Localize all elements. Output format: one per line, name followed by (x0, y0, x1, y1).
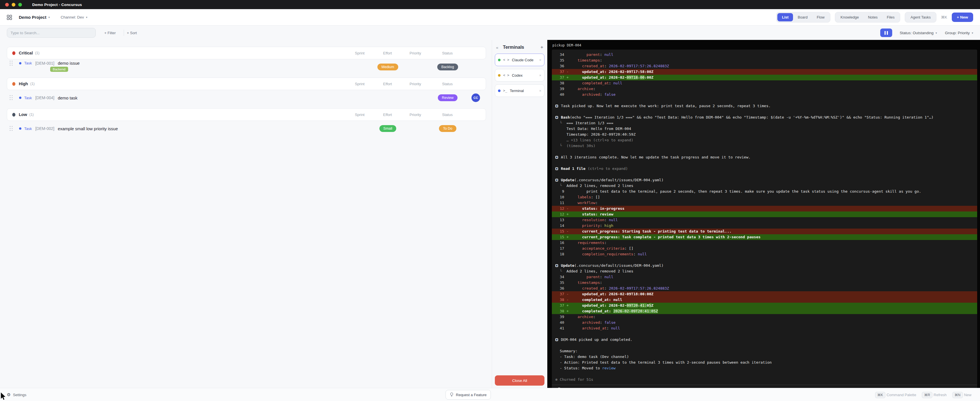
shortcut-new[interactable]: ⌘N New (952, 392, 974, 397)
new-button[interactable]: + New (952, 13, 973, 22)
shortcut-command-palette[interactable]: ⌘K Command Palette (875, 392, 919, 397)
terminal-line: 41 archived_at: null (552, 325, 977, 331)
terminal-line: … +13 lines (ctrl+o to expand) (552, 137, 977, 143)
view-tab-flow[interactable]: Flow (812, 13, 829, 21)
search-input[interactable] (7, 28, 96, 38)
task-row[interactable]: Task[DEM-001]demo issueBackendMediumBack… (7, 60, 486, 73)
gear-icon: ⚙ (7, 392, 11, 397)
apps-grid-icon[interactable] (7, 15, 12, 20)
shortcut-key: ⌘R (922, 392, 932, 398)
settings-label: Settings (13, 393, 26, 397)
terminal-line: 40 archived: false (552, 92, 977, 97)
window-zoom-button[interactable] (18, 3, 22, 6)
drag-handle-icon[interactable] (10, 126, 13, 131)
terminal-status-dot (498, 74, 501, 77)
terminal-line (552, 149, 977, 154)
task-code: [DEM-004] (35, 95, 54, 100)
close-icon[interactable]: × (539, 73, 541, 78)
section-count: (1) (29, 113, 33, 116)
collapse-sidebar-icon[interactable]: « (496, 45, 498, 50)
column-header-effort: Effort (374, 113, 401, 117)
settings-button[interactable]: ⚙ Settings (7, 388, 26, 401)
task-row-line: Task[DEM-004]demo task (7, 95, 346, 100)
terminal-line: - Status: Moved to review (552, 365, 977, 371)
terminal-line (552, 371, 977, 377)
terminal-line (552, 331, 977, 337)
terminal-line: All 3 iterations complete. Now let me up… (552, 154, 977, 160)
add-terminal-icon[interactable]: + (541, 45, 543, 50)
cell-status: Backlog (430, 64, 466, 70)
terminal-line: 13 resolution: null (552, 217, 977, 223)
task-row-main: Task[DEM-001]demo issueBackend (7, 61, 346, 73)
tab-notes[interactable]: Notes (864, 13, 882, 21)
column-header-status: Status (430, 51, 465, 55)
section-header-low[interactable]: Low(1)SprintEffortPriorityStatus (7, 108, 486, 121)
status-badge[interactable]: Backlog (437, 64, 458, 70)
terminal-line: 35 timestamps: (552, 280, 977, 286)
knowledge-tab-group: KnowledgeNotesFiles (835, 12, 900, 22)
tab-files[interactable]: Files (882, 13, 899, 21)
header-actions: ListBoardFlow KnowledgeNotesFiles Agent … (776, 12, 973, 22)
column-header-sprint: Sprint (345, 51, 374, 55)
terminal-panel[interactable]: pickup DEM-004 34 parent: null 35 timest… (547, 40, 980, 388)
request-feature-label: Request a Feature (456, 393, 487, 397)
column-header-status: Status (430, 82, 465, 86)
shortcut-key: ⌘N (952, 392, 963, 398)
terminal-item-codex[interactable]: < >Codex× (495, 69, 544, 81)
view-tab-group: ListBoardFlow (776, 12, 830, 22)
section-header-critical[interactable]: Critical(1)SprintEffortPriorityStatus (7, 47, 486, 59)
task-row[interactable]: Task[DEM-002]example small low priority … (7, 122, 486, 135)
project-switcher[interactable]: Demo Project ▾ (12, 15, 50, 20)
terminal-line: └ Added 2 lines, removed 2 lines (552, 183, 977, 189)
toolbar-divider (124, 30, 124, 36)
code-icon: < > (503, 73, 509, 77)
status-badge[interactable]: To Do (439, 125, 457, 132)
assignee-avatar[interactable]: CC (471, 94, 480, 102)
view-tab-board[interactable]: Board (793, 13, 812, 21)
terminal-line: 12 + status: review (552, 212, 977, 217)
terminal-line: 17 acceptance_criteria: [] (552, 246, 977, 251)
section-header-high[interactable]: High(1)SprintEffortPriorityStatus (7, 78, 486, 90)
effort-badge[interactable]: Small (379, 125, 396, 132)
pause-button[interactable] (880, 29, 892, 37)
window-minimize-button[interactable] (12, 3, 15, 6)
close-icon[interactable]: × (539, 58, 541, 62)
terminal-line: 35 timestamps: (552, 57, 977, 63)
terminal-lines: 34 parent: null 35 timestamps: 36 create… (552, 52, 977, 382)
view-tab-list[interactable]: List (777, 13, 793, 21)
bullet-icon (555, 105, 558, 107)
terminal-line (552, 257, 977, 263)
close-icon[interactable]: × (539, 89, 541, 93)
terminal-input[interactable]: > show me the backlog (552, 385, 977, 388)
close-all-button[interactable]: Close All (495, 376, 544, 386)
task-row-line: Task[DEM-001]demo issue (7, 61, 346, 66)
terminals-sidebar-header: « Terminals + (495, 43, 544, 54)
add-filter-button[interactable]: + Filter (104, 31, 116, 35)
terminal-line (552, 172, 977, 177)
terminal-line: Bash(echo "=== Iteration 1/3 ===" && ech… (552, 115, 977, 120)
drag-handle-icon[interactable] (10, 61, 13, 66)
priority-dot (12, 82, 15, 86)
cell-effort: Medium (374, 64, 401, 70)
tab-agent-tasks[interactable]: Agent Tasks (906, 13, 935, 21)
effort-badge[interactable]: Medium (377, 64, 398, 70)
status-badge[interactable]: Review (438, 94, 458, 101)
add-sort-button[interactable]: + Sort (127, 31, 137, 35)
tab-knowledge[interactable]: Knowledge (836, 13, 864, 21)
shortcut-refresh[interactable]: ⌘R Refresh (922, 392, 950, 397)
status-filter-dropdown[interactable]: Status: Outstanding ▾ (900, 31, 937, 35)
task-row[interactable]: Task[DEM-004]demo taskReviewCC (7, 91, 486, 104)
tag-backend[interactable]: Backend (50, 67, 68, 72)
terminal-line: 38 - completed_at: null (552, 297, 977, 303)
terminal-line: 37 - updated_at: 2026-02-09T17:58:00Z (552, 69, 977, 75)
group-by-dropdown[interactable]: Group: Priority ▾ (945, 31, 973, 35)
drag-handle-icon[interactable] (10, 95, 13, 100)
terminal-line: 12 - status: in-progress (552, 206, 977, 212)
column-header-priority: Priority (401, 82, 430, 86)
window-close-button[interactable] (5, 3, 9, 6)
request-feature-button[interactable]: Request a Feature (445, 390, 491, 399)
terminal-item-terminal[interactable]: >_Terminal× (495, 84, 544, 97)
terminal-line: Task picked up. Now let me execute the w… (552, 103, 977, 109)
channel-switcher[interactable]: Channel: Dev ▾ (50, 15, 88, 19)
terminal-item-claude-code[interactable]: < >Claude Code× (495, 54, 544, 66)
